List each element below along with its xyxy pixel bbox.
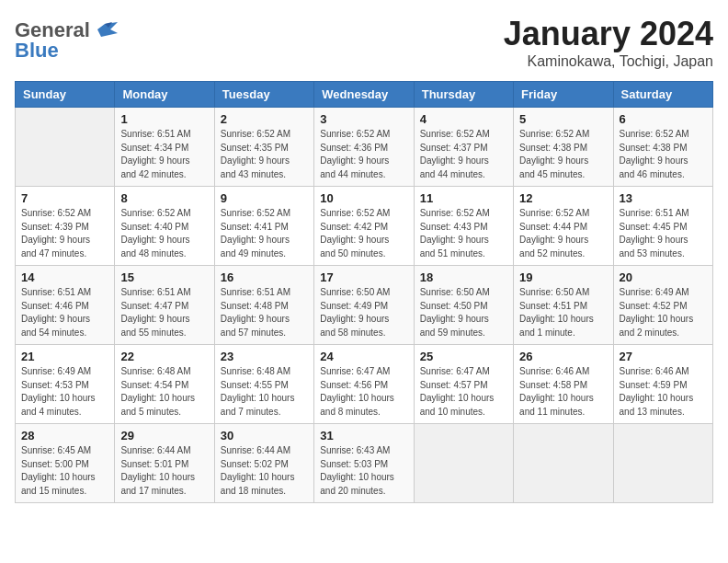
day-info: Sunrise: 6:51 AMSunset: 4:47 PMDaylight:… [120, 286, 208, 339]
day-info: Sunrise: 6:51 AMSunset: 4:45 PMDaylight:… [620, 207, 707, 260]
logo-bird-icon [92, 20, 119, 40]
calendar-cell: 3Sunrise: 6:52 AMSunset: 4:36 PMDaylight… [314, 108, 414, 187]
day-number: 29 [120, 429, 208, 442]
day-info: Sunrise: 6:46 AMSunset: 4:59 PMDaylight:… [620, 365, 707, 419]
day-info: Sunrise: 6:52 AMSunset: 4:35 PMDaylight:… [221, 128, 308, 181]
calendar-week-row: 21Sunrise: 6:49 AMSunset: 4:53 PMDayligh… [16, 345, 713, 424]
calendar-cell: 18Sunrise: 6:50 AMSunset: 4:50 PMDayligh… [414, 266, 513, 345]
calendar-cell: 9Sunrise: 6:52 AMSunset: 4:41 PMDaylight… [214, 187, 313, 266]
day-info: Sunrise: 6:46 AMSunset: 4:58 PMDaylight:… [519, 365, 607, 419]
day-number: 3 [320, 112, 407, 126]
calendar-cell: 30Sunrise: 6:44 AMSunset: 5:02 PMDayligh… [214, 424, 313, 503]
calendar-cell: 1Sunrise: 6:51 AMSunset: 4:34 PMDaylight… [115, 108, 214, 187]
calendar-cell: 26Sunrise: 6:46 AMSunset: 4:58 PMDayligh… [514, 345, 613, 424]
day-info: Sunrise: 6:52 AMSunset: 4:43 PMDaylight:… [420, 207, 507, 260]
day-info: Sunrise: 6:47 AMSunset: 4:57 PMDaylight:… [420, 365, 507, 419]
calendar-cell: 10Sunrise: 6:52 AMSunset: 4:42 PMDayligh… [314, 187, 414, 266]
day-info: Sunrise: 6:49 AMSunset: 4:53 PMDaylight:… [21, 365, 108, 419]
day-info: Sunrise: 6:47 AMSunset: 4:56 PMDaylight:… [320, 365, 407, 419]
day-number: 6 [620, 112, 707, 126]
day-number: 20 [620, 270, 707, 284]
calendar-cell: 28Sunrise: 6:45 AMSunset: 5:00 PMDayligh… [16, 424, 115, 503]
day-info: Sunrise: 6:52 AMSunset: 4:37 PMDaylight:… [420, 128, 507, 181]
calendar-cell: 11Sunrise: 6:52 AMSunset: 4:43 PMDayligh… [414, 187, 513, 266]
day-info: Sunrise: 6:49 AMSunset: 4:52 PMDaylight:… [620, 286, 707, 339]
day-info: Sunrise: 6:52 AMSunset: 4:44 PMDaylight:… [519, 207, 607, 260]
day-number: 7 [21, 191, 108, 205]
calendar-header-row: SundayMondayTuesdayWednesdayThursdayFrid… [16, 82, 713, 108]
calendar-cell: 20Sunrise: 6:49 AMSunset: 4:52 PMDayligh… [613, 266, 712, 345]
calendar-cell: 6Sunrise: 6:52 AMSunset: 4:38 PMDaylight… [613, 108, 712, 187]
calendar-cell [613, 424, 712, 503]
month-year-title: January 2024 [504, 15, 713, 53]
day-number: 10 [320, 191, 407, 205]
calendar-cell: 27Sunrise: 6:46 AMSunset: 4:59 PMDayligh… [613, 345, 712, 424]
col-header-monday: Monday [115, 82, 214, 108]
day-number: 18 [420, 270, 507, 284]
day-number: 1 [120, 112, 208, 126]
calendar-cell: 19Sunrise: 6:50 AMSunset: 4:51 PMDayligh… [514, 266, 613, 345]
calendar-cell: 8Sunrise: 6:52 AMSunset: 4:40 PMDaylight… [115, 187, 214, 266]
logo: General Blue [15, 15, 119, 63]
day-number: 8 [120, 191, 208, 205]
day-number: 31 [320, 429, 407, 442]
calendar-cell: 2Sunrise: 6:52 AMSunset: 4:35 PMDaylight… [214, 108, 313, 187]
calendar-cell: 5Sunrise: 6:52 AMSunset: 4:38 PMDaylight… [514, 108, 613, 187]
day-number: 5 [519, 112, 607, 126]
header: General Blue January 2024 Kaminokawa, To… [15, 15, 713, 70]
day-number: 14 [21, 270, 108, 284]
day-info: Sunrise: 6:45 AMSunset: 5:00 PMDaylight:… [21, 444, 108, 498]
day-number: 19 [519, 270, 607, 284]
calendar-cell: 21Sunrise: 6:49 AMSunset: 4:53 PMDayligh… [16, 345, 115, 424]
day-number: 15 [120, 270, 208, 284]
day-info: Sunrise: 6:52 AMSunset: 4:41 PMDaylight:… [221, 207, 308, 260]
calendar-cell: 7Sunrise: 6:52 AMSunset: 4:39 PMDaylight… [16, 187, 115, 266]
col-header-sunday: Sunday [16, 82, 115, 108]
day-info: Sunrise: 6:44 AMSunset: 5:02 PMDaylight:… [221, 444, 308, 498]
calendar-cell: 15Sunrise: 6:51 AMSunset: 4:47 PMDayligh… [115, 266, 214, 345]
day-number: 16 [221, 270, 308, 284]
col-header-tuesday: Tuesday [214, 82, 313, 108]
calendar-cell [514, 424, 613, 503]
day-info: Sunrise: 6:44 AMSunset: 5:01 PMDaylight:… [120, 444, 208, 498]
calendar-week-row: 14Sunrise: 6:51 AMSunset: 4:46 PMDayligh… [16, 266, 713, 345]
calendar-cell: 29Sunrise: 6:44 AMSunset: 5:01 PMDayligh… [115, 424, 214, 503]
calendar-cell: 24Sunrise: 6:47 AMSunset: 4:56 PMDayligh… [314, 345, 414, 424]
day-info: Sunrise: 6:52 AMSunset: 4:36 PMDaylight:… [320, 128, 407, 181]
col-header-friday: Friday [514, 82, 613, 108]
day-info: Sunrise: 6:48 AMSunset: 4:54 PMDaylight:… [120, 365, 208, 419]
day-number: 21 [21, 350, 108, 363]
calendar-week-row: 7Sunrise: 6:52 AMSunset: 4:39 PMDaylight… [16, 187, 713, 266]
calendar-cell: 25Sunrise: 6:47 AMSunset: 4:57 PMDayligh… [414, 345, 513, 424]
col-header-saturday: Saturday [613, 82, 712, 108]
day-info: Sunrise: 6:51 AMSunset: 4:34 PMDaylight:… [120, 128, 208, 181]
day-info: Sunrise: 6:52 AMSunset: 4:38 PMDaylight:… [519, 128, 607, 181]
day-number: 4 [420, 112, 507, 126]
calendar-cell: 4Sunrise: 6:52 AMSunset: 4:37 PMDaylight… [414, 108, 513, 187]
calendar-cell: 16Sunrise: 6:51 AMSunset: 4:48 PMDayligh… [214, 266, 313, 345]
calendar-cell: 12Sunrise: 6:52 AMSunset: 4:44 PMDayligh… [514, 187, 613, 266]
calendar-cell: 23Sunrise: 6:48 AMSunset: 4:55 PMDayligh… [214, 345, 313, 424]
day-number: 2 [221, 112, 308, 126]
day-number: 17 [320, 270, 407, 284]
day-number: 22 [120, 350, 208, 363]
day-number: 30 [221, 429, 308, 442]
calendar-cell [414, 424, 513, 503]
calendar-cell: 22Sunrise: 6:48 AMSunset: 4:54 PMDayligh… [115, 345, 214, 424]
day-info: Sunrise: 6:48 AMSunset: 4:55 PMDaylight:… [221, 365, 308, 419]
calendar-table: SundayMondayTuesdayWednesdayThursdayFrid… [15, 81, 713, 503]
day-info: Sunrise: 6:51 AMSunset: 4:46 PMDaylight:… [21, 286, 108, 339]
day-info: Sunrise: 6:50 AMSunset: 4:50 PMDaylight:… [420, 286, 507, 339]
day-number: 26 [519, 350, 607, 363]
day-number: 27 [620, 350, 707, 363]
day-number: 28 [21, 429, 108, 442]
day-info: Sunrise: 6:52 AMSunset: 4:38 PMDaylight:… [620, 128, 707, 181]
day-number: 23 [221, 350, 308, 363]
day-number: 13 [620, 191, 707, 205]
day-info: Sunrise: 6:52 AMSunset: 4:39 PMDaylight:… [21, 207, 108, 260]
col-header-wednesday: Wednesday [314, 82, 414, 108]
logo-blue-text: Blue [15, 39, 59, 63]
day-number: 25 [420, 350, 507, 363]
location-subtitle: Kaminokawa, Tochigi, Japan [504, 53, 713, 70]
day-info: Sunrise: 6:50 AMSunset: 4:49 PMDaylight:… [320, 286, 407, 339]
